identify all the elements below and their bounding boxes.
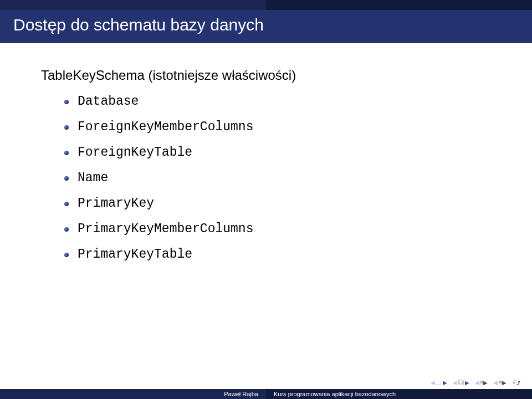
list-item: PrimaryKeyMemberColumns [64, 222, 505, 236]
header-top-left [0, 0, 266, 10]
list-item: PrimaryKey [64, 196, 505, 211]
svg-rect-0 [458, 380, 462, 384]
list-item: ForeignKeyTable [64, 145, 505, 160]
bullet-list: Database ForeignKeyMemberColumns Foreign… [64, 94, 505, 262]
nav-subsection-group[interactable]: ◀ ≡ ▶ [493, 378, 507, 387]
header-top-right [266, 0, 532, 10]
nav-next-slide-icon[interactable]: ▶ [443, 380, 447, 386]
slide-header: Dostęp do schematu bazy danych [0, 0, 532, 43]
beamer-nav-symbols: ◀ □ ▶ ◀ ▶ ◀ ≡ ▶ ◀ ≡ ▶ [431, 378, 521, 387]
nav-frame-icon [458, 379, 464, 386]
nav-next-frame-icon[interactable]: ▶ [465, 380, 469, 386]
list-item: Name [64, 171, 505, 185]
nav-section-icon: ≡ [480, 378, 483, 387]
list-item: Database [64, 94, 505, 109]
list-item: ForeignKeyMemberColumns [64, 120, 505, 134]
nav-next-section-icon[interactable]: ▶ [483, 380, 488, 386]
nav-frame-group[interactable]: ◀ ▶ [453, 379, 469, 386]
slide-body: TableKeySchema (istotniejsze właściwości… [0, 43, 532, 262]
nav-back-forward-icon[interactable] [512, 378, 521, 387]
nav-prev-subsection-icon[interactable]: ◀ [493, 380, 498, 386]
body-subtitle: TableKeySchema (istotniejsze właściwości… [41, 68, 505, 83]
nav-prev-section-icon[interactable]: ◀ [475, 380, 479, 386]
footer-course: Kurs programowania aplikacji bazodanowyc… [266, 389, 532, 399]
nav-subsection-icon: ≡ [498, 378, 502, 387]
footer-author: Paweł Rajba [0, 389, 266, 399]
slide-footer: Paweł Rajba Kurs programowania aplikacji… [0, 389, 532, 399]
nav-slide-group[interactable]: ◀ □ ▶ [431, 378, 447, 386]
nav-prev-slide-icon[interactable]: ◀ [431, 380, 435, 386]
nav-slide-icon: □ [436, 378, 442, 386]
nav-section-group[interactable]: ◀ ≡ ▶ [475, 378, 488, 387]
slide-title: Dostęp do schematu bazy danych [0, 10, 532, 34]
nav-prev-frame-icon[interactable]: ◀ [453, 380, 457, 386]
slide: Dostęp do schematu bazy danych TableKeyS… [0, 0, 532, 399]
header-top-bar [0, 0, 532, 10]
nav-next-subsection-icon[interactable]: ▶ [502, 380, 507, 386]
svg-rect-1 [459, 381, 463, 385]
list-item: PrimaryKeyTable [64, 247, 505, 262]
